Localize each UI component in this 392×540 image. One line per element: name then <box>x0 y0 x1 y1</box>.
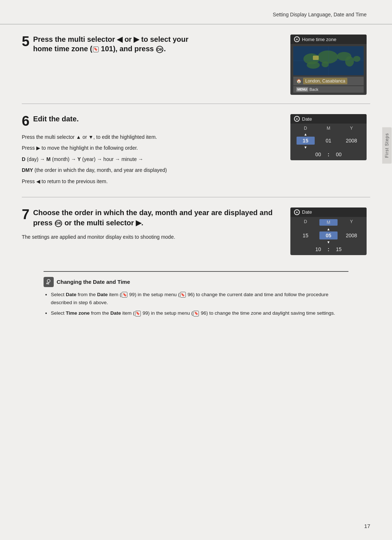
step7-right: + Date D M Y ▲ <box>290 207 370 255</box>
arrow-down-y-6 <box>342 145 360 149</box>
note-body: Select Date from the Date item (🔖 99) in… <box>44 291 348 317</box>
arrow-down-y-7 <box>342 240 360 244</box>
col-m-6: M <box>319 126 338 131</box>
time-sep-6: : <box>328 152 330 157</box>
date-d-6: 15 <box>297 137 315 145</box>
step6-left: 6 Edit the date. Press the multi selecto… <box>22 114 290 188</box>
arrow-down-d-7 <box>297 240 315 244</box>
time-row-7: 10 : 15 <box>294 246 363 252</box>
note-bullet1: Select Date from the Date item (🔖 99) in… <box>51 291 348 306</box>
time-m-7: 15 <box>331 246 346 252</box>
arrow-down-m-6 <box>319 145 338 149</box>
arrow-up-y-7 <box>342 227 360 231</box>
world-map <box>293 46 364 75</box>
header-title: Setting Display Language, Date and Time <box>273 12 367 17</box>
step6-section: 6 Edit the date. Press the multi selecto… <box>22 114 370 197</box>
arrow-down-d-6: ▼ <box>297 145 315 149</box>
date-y-6: 2008 <box>342 137 360 145</box>
date-col-headers-7: D M Y <box>294 219 363 226</box>
col-d-6: D <box>297 126 315 131</box>
arrow-up-d-6: ▲ <box>297 132 315 136</box>
col-y-6: Y <box>342 126 360 131</box>
note-title: Changing the Date and Time <box>57 279 130 285</box>
time-row-6: 00 : 00 <box>294 152 363 157</box>
arrow-up-m-7: ▲ <box>319 227 338 231</box>
sidebar: First Steps <box>382 73 392 218</box>
arrow-left-sym: ◀ <box>117 35 122 43</box>
note-svg-icon <box>45 278 53 286</box>
step7-para: The settings are applied and monitor dis… <box>22 233 279 241</box>
svg-point-6 <box>345 56 354 67</box>
step7-title: 7 Choose the order in which the day, mon… <box>22 207 279 228</box>
date-values-7: 15 05 2008 <box>294 231 363 239</box>
step6-para4: DMY (the order in which the day, month, … <box>22 166 279 174</box>
note-icon <box>44 277 54 287</box>
date-ui-step7: + Date D M Y ▲ <box>290 207 367 255</box>
step6-para5: Press ◀ to return to the previous item. <box>22 177 279 185</box>
step7-number: 7 <box>22 207 29 221</box>
time-h-6: 00 <box>311 152 326 157</box>
date-header-step7: + Date <box>290 207 367 217</box>
svg-point-2 <box>307 61 320 69</box>
home-icon: 🏠 <box>296 78 302 84</box>
page-header: Setting Display Language, Date and Time <box>0 0 392 24</box>
note-b2-bold2: Date <box>110 310 121 316</box>
date-values-6: 15 01 2008 <box>294 137 363 145</box>
date-arrows-up-7: ▲ <box>294 227 363 231</box>
date-table-7: D M Y ▲ 15 05 2008 <box>290 217 367 255</box>
step6-right: + Date D M Y ▲ <box>290 114 370 188</box>
step5-section: 5 Press the multi selector ◀ or ▶ to sel… <box>22 35 370 104</box>
date-arrows-up-6: ▲ <box>294 132 363 136</box>
col-d-7: D <box>297 219 315 226</box>
date-m-7: 05 <box>319 231 338 239</box>
step5-left: 5 Press the multi selector ◀ or ▶ to sel… <box>22 35 290 95</box>
svg-point-7 <box>353 56 360 62</box>
menu-icon: MENU <box>296 87 308 92</box>
step6-para1: Press the multi selector ▲ or ▼, to edit… <box>22 133 279 141</box>
date-d-7: 15 <box>297 231 315 239</box>
plus-icon-6: + <box>294 116 300 122</box>
cam-city: London, Casablanca <box>303 78 347 84</box>
date-header-label-7: Date <box>302 209 312 215</box>
step7-left: 7 Choose the order in which the day, mon… <box>22 207 290 255</box>
arrow-up-d-7 <box>297 227 315 231</box>
time-sep-7: : <box>328 246 330 252</box>
arrow-up-m-6 <box>319 132 338 136</box>
col-m-7: M <box>319 219 338 226</box>
note-b1-bold1: Date <box>66 292 76 297</box>
step6-para3: D (day) → M (month) → Y (year) → hour → … <box>22 155 279 163</box>
sidebar-label: First Steps <box>382 127 392 164</box>
svg-point-14 <box>46 282 48 284</box>
arrow-up-y-6 <box>342 132 360 136</box>
step5-number: 5 <box>22 35 29 48</box>
step6-bold-y: Y <box>77 156 81 162</box>
content-area: 5 Press the multi selector ◀ or ▶ to sel… <box>0 24 392 320</box>
date-header-step6: + Date <box>290 114 367 124</box>
svg-rect-8 <box>313 56 319 60</box>
cam-header-step5: + Home time zone <box>290 35 367 44</box>
note-bullet2: Select Time zone from the Date item (🔖 9… <box>51 309 348 317</box>
page-number: 17 <box>364 523 370 529</box>
step6-bold-m: M <box>46 156 51 162</box>
svg-point-3 <box>318 51 338 64</box>
ok-btn-7: OK <box>55 220 62 227</box>
step7-section: 7 Choose the order in which the day, mon… <box>22 207 370 264</box>
note-list: Select Date from the Date item (🔖 99) in… <box>44 291 348 317</box>
date-arrows-down-6: ▼ <box>294 145 363 149</box>
step6-title-text: Edit the date. <box>33 114 279 124</box>
bottom-note: Changing the Date and Time Select Date f… <box>44 271 348 317</box>
step6-number: 6 <box>22 114 29 128</box>
cam-header-label-step5: Home time zone <box>302 37 336 42</box>
date-ui-step6: + Date D M Y ▲ <box>290 114 367 160</box>
step6-title: 6 Edit the date. <box>22 114 279 128</box>
main-content: 5 Press the multi selector ◀ or ▶ to sel… <box>0 24 392 320</box>
menu-back: MENU Back <box>293 86 364 93</box>
date-arrows-down-7: ▼ <box>294 240 363 244</box>
note-b2-bold1: Time zone <box>66 310 90 316</box>
ref-icon-101: 🔖 <box>93 47 99 52</box>
step7-title-text: Choose the order in which the day, month… <box>33 207 279 228</box>
step5-title-text: Press the multi selector ◀ or ▶ to selec… <box>33 35 279 53</box>
arrow-down-m-7: ▼ <box>319 240 338 244</box>
time-h-7: 10 <box>311 246 326 252</box>
ref-icon-96-2: 🔖 <box>193 311 199 317</box>
